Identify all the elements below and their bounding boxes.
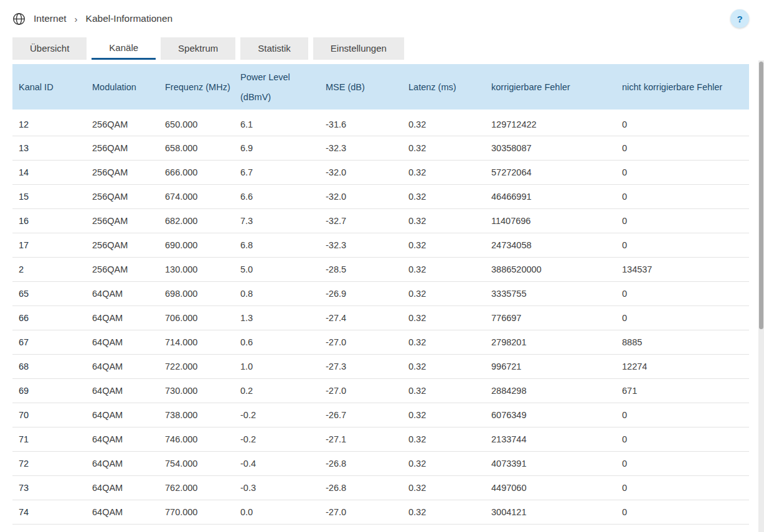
table-row: 13256QAM658.0006.9-32.30.32303580870 — [12, 136, 749, 160]
table-cell: 0 — [616, 233, 749, 257]
table-cell: 2798201 — [485, 330, 616, 354]
table-cell: 64QAM — [86, 451, 159, 475]
table-cell: 658.000 — [159, 136, 234, 160]
help-button[interactable]: ? — [730, 9, 749, 28]
table-cell: 0.8 — [234, 281, 319, 306]
tab-spektrum[interactable]: Spektrum — [161, 37, 235, 60]
channels-table-container: Kanal ID Modulation Frequenz (MHz) Power… — [12, 64, 749, 532]
column-header-latenz: Latenz (ms) — [402, 64, 485, 111]
table-cell: 674.000 — [159, 184, 234, 208]
table-cell: 0.32 — [402, 111, 485, 136]
scrollbar[interactable] — [758, 60, 764, 532]
table-cell: 70 — [12, 403, 86, 427]
table-cell: -32.0 — [319, 184, 402, 208]
table-cell: 770.000 — [159, 500, 234, 524]
table-cell: 2133744 — [485, 427, 616, 451]
table-cell: 0.32 — [402, 306, 485, 330]
table-cell: -26.8 — [319, 451, 402, 475]
table-cell: 75 — [12, 524, 86, 532]
table-cell: -27.0 — [319, 330, 402, 354]
table-cell: 762.000 — [159, 475, 234, 500]
table-cell: 0.32 — [402, 257, 485, 281]
table-cell: 64QAM — [86, 403, 159, 427]
table-cell: 738.000 — [159, 403, 234, 427]
table-cell: 2 — [12, 257, 86, 281]
table-cell: 64QAM — [86, 330, 159, 354]
table-cell: 256QAM — [86, 208, 159, 233]
table-cell: 0.32 — [402, 208, 485, 233]
table-cell: 8885 — [616, 330, 749, 354]
table-cell: 57272064 — [485, 160, 616, 184]
table-cell: 0.2 — [234, 378, 319, 403]
table-cell: 0 — [616, 427, 749, 451]
table-header-row: Kanal ID Modulation Frequenz (MHz) Power… — [12, 64, 749, 111]
breadcrumb-separator-icon: › — [75, 14, 78, 24]
globe-icon — [12, 12, 26, 26]
table-cell: 24734058 — [485, 233, 616, 257]
table-cell: 46466991 — [485, 184, 616, 208]
table-cell: -26.7 — [319, 403, 402, 427]
breadcrumb-internet[interactable]: Internet — [34, 13, 67, 24]
table-cell: 0 — [616, 111, 749, 136]
column-header-power-level: Power Level (dBmV) — [234, 64, 319, 111]
table-cell: 0.32 — [402, 184, 485, 208]
table-cell: 73 — [12, 475, 86, 500]
table-row: 6664QAM706.0001.3-27.40.327766970 — [12, 306, 749, 330]
table-cell: 0.32 — [402, 378, 485, 403]
table-cell: -27.4 — [319, 306, 402, 330]
column-header-korrigierbare-fehler: korrigierbare Fehler — [485, 64, 616, 111]
column-header-kanal-id: Kanal ID — [12, 64, 86, 111]
table-cell: 0 — [616, 281, 749, 306]
table-cell: 3004121 — [485, 500, 616, 524]
table-cell: -0.2 — [234, 524, 319, 532]
table-row: 17256QAM690.0006.8-32.30.32247340580 — [12, 233, 749, 257]
tab-statistik[interactable]: Statistik — [240, 37, 308, 60]
table-row: 16256QAM682.0007.3-32.70.32114076960 — [12, 208, 749, 233]
table-cell: 722.000 — [159, 354, 234, 378]
table-row: 14256QAM666.0006.7-32.00.32572720640 — [12, 160, 749, 184]
scrollbar-thumb[interactable] — [759, 62, 763, 329]
tab-uebersicht[interactable]: Übersicht — [12, 37, 87, 60]
table-cell: 0.32 — [402, 281, 485, 306]
table-row: 6764QAM714.0000.6-27.00.3227982018885 — [12, 330, 749, 354]
table-cell: 5.0 — [234, 257, 319, 281]
table-cell: -27.0 — [319, 500, 402, 524]
table-cell: 706.000 — [159, 306, 234, 330]
breadcrumb-current-page: Kabel-Informationen — [86, 13, 173, 24]
table-row: 7564QAM778.000-0.2-26.50.32128201940 — [12, 524, 749, 532]
table-cell: 0.32 — [402, 475, 485, 500]
breadcrumb: Internet › Kabel-Informationen — [12, 12, 172, 26]
table-cell: 12274 — [616, 354, 749, 378]
table-cell: 0.32 — [402, 500, 485, 524]
table-cell: 0 — [616, 160, 749, 184]
table-cell: 0.6 — [234, 330, 319, 354]
column-header-nicht-korrigierbare-fehler: nicht korrigierbare Fehler — [616, 64, 749, 111]
table-cell: 0 — [616, 184, 749, 208]
table-cell: -27.1 — [319, 427, 402, 451]
table-cell: 11407696 — [485, 208, 616, 233]
table-cell: 74 — [12, 500, 86, 524]
table-cell: 6.9 — [234, 136, 319, 160]
table-cell: 690.000 — [159, 233, 234, 257]
table-cell: 996721 — [485, 354, 616, 378]
table-cell: 256QAM — [86, 160, 159, 184]
table-cell: -0.2 — [234, 427, 319, 451]
table-cell: 64QAM — [86, 427, 159, 451]
table-cell: 67 — [12, 330, 86, 354]
tab-einstellungen[interactable]: Einstellungen — [313, 37, 404, 60]
table-cell: 0 — [616, 524, 749, 532]
table-row: 6964QAM730.0000.2-27.00.322884298671 — [12, 378, 749, 403]
table-cell: -0.4 — [234, 451, 319, 475]
table-cell: 129712422 — [485, 111, 616, 136]
table-row: 12256QAM650.0006.1-31.60.321297124220 — [12, 111, 749, 136]
table-cell: 0 — [616, 306, 749, 330]
table-cell: 0.32 — [402, 451, 485, 475]
tab-kanaele[interactable]: Kanäle — [92, 37, 156, 60]
table-cell: 64QAM — [86, 378, 159, 403]
table-cell: 2884298 — [485, 378, 616, 403]
table-cell: 754.000 — [159, 451, 234, 475]
table-row: 15256QAM674.0006.6-32.00.32464669910 — [12, 184, 749, 208]
table-cell: 4073391 — [485, 451, 616, 475]
table-cell: 714.000 — [159, 330, 234, 354]
table-cell: 66 — [12, 306, 86, 330]
